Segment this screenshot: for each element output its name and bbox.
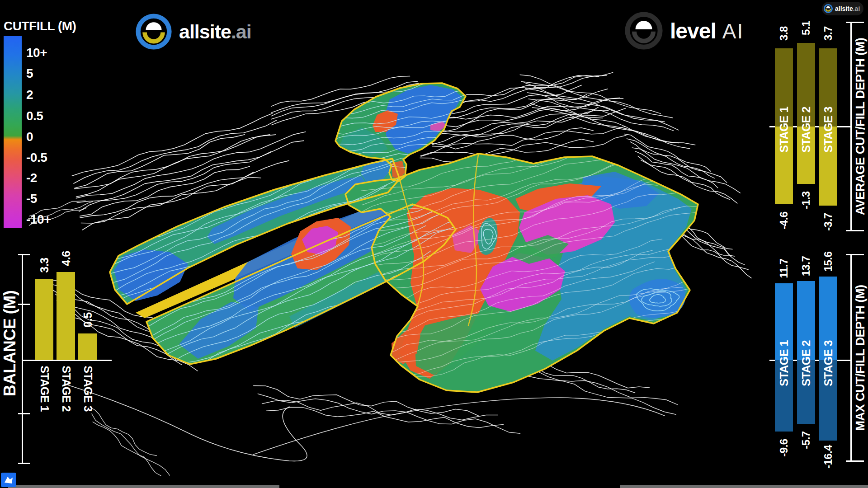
legend-tick-0: 0 — [26, 130, 33, 144]
average-cut-value-stage-1: 3.8 — [778, 26, 790, 41]
max-stage-label-1: STAGE 1 — [778, 340, 791, 386]
max-cut-value-stage-3: 15.6 — [822, 252, 835, 272]
contour-line — [74, 135, 270, 189]
level-ai-logo-text: levelAI — [670, 19, 744, 43]
average-cut-value-stage-3: 3.7 — [822, 26, 835, 41]
contour-line — [432, 107, 599, 133]
max-chart-title: MAX CUT/FILL DEPTH (M) — [854, 285, 868, 431]
legend-tick--5: -5 — [26, 192, 37, 206]
max-axis-cap-bottom — [846, 460, 864, 462]
max-fill-value-stage-1: -9.6 — [778, 439, 790, 456]
balance-value-stage-3: 0.5 — [81, 312, 94, 327]
balance-bar-stage-2 — [57, 272, 75, 360]
contour-line — [527, 93, 674, 131]
cutfill-colorbar — [4, 36, 22, 228]
level-ai-logo-icon — [625, 12, 663, 50]
legend-tick--0.5: -0.5 — [26, 150, 47, 165]
average-axis-cap-bottom — [846, 230, 864, 231]
max-fill-value-stage-3: -16.4 — [822, 445, 835, 469]
balance-tick-2 — [18, 413, 30, 414]
balance-bar-stage-3 — [78, 333, 97, 360]
balance-tick-1 — [18, 304, 30, 305]
legend-tick-2: 2 — [26, 88, 33, 102]
max-fill-value-stage-2: -5.7 — [800, 431, 812, 449]
contour-line — [520, 75, 660, 113]
average-stage-label-2: STAGE 2 — [800, 107, 813, 153]
legend-tick--2: -2 — [26, 171, 37, 185]
allsite-logo-icon — [136, 14, 172, 50]
allsite-watermark: allsite.ai — [822, 2, 863, 15]
video-badge-icon[interactable] — [1, 473, 16, 487]
balance-value-stage-2: 4.6 — [59, 251, 72, 266]
balance-stage-label-3: STAGE 3 — [81, 366, 94, 412]
max-stage-label-2: STAGE 2 — [800, 340, 813, 386]
watermark-logo-icon — [824, 4, 833, 13]
contour-line — [679, 234, 748, 269]
allsite-logo-text: allsite.ai — [179, 21, 251, 43]
max-cut-value-stage-1: 11.7 — [778, 258, 790, 278]
balance-stage-label-2: STAGE 2 — [59, 366, 72, 412]
seek-bar-left[interactable] — [8, 485, 279, 488]
balance-tick-0 — [18, 254, 30, 255]
max-stage-label-3: STAGE 3 — [822, 340, 835, 386]
legend-tick-5: 5 — [26, 66, 33, 81]
legend-tick-0.5: 0.5 — [26, 109, 43, 123]
level-ai-logo: levelAI — [625, 12, 744, 50]
contour-line — [92, 414, 170, 475]
contour-line — [525, 89, 665, 122]
contour-line — [517, 371, 676, 414]
contour-line — [528, 99, 679, 143]
balance-axis — [22, 254, 23, 463]
terrain-shape — [68, 385, 307, 461]
watermark-text: allsite.ai — [835, 5, 860, 12]
contour-line — [74, 120, 277, 183]
average-stage-label-1: STAGE 1 — [778, 107, 791, 153]
contour-line — [266, 407, 503, 427]
average-fill-value-stage-3: -3.7 — [822, 213, 835, 230]
average-fill-value-stage-2: -1.3 — [800, 191, 812, 209]
seek-bar-right[interactable] — [620, 485, 868, 488]
contour-line — [72, 113, 272, 176]
contour-line — [76, 135, 276, 197]
contour-line — [93, 422, 161, 476]
balance-tick-3 — [18, 463, 30, 464]
balance-chart-title: BALANCE (M) — [0, 291, 19, 396]
legend-title: CUTFILL (M) — [4, 19, 76, 33]
average-fill-value-stage-1: -4.6 — [778, 211, 790, 229]
allsite-logo: allsite.ai — [136, 14, 251, 50]
average-axis-cap-top — [846, 22, 864, 23]
max-axis-cap-top — [846, 254, 864, 255]
balance-stage-label-1: STAGE 1 — [38, 366, 51, 412]
contour-line — [624, 134, 711, 171]
screen: CUTFILL (M) 10+520.50-0.5-2-5-10+ allsit… — [0, 0, 868, 488]
average-stage-label-3: STAGE 3 — [822, 107, 835, 153]
legend-tick--10+: -10+ — [26, 212, 51, 227]
balance-value-stage-1: 3.3 — [38, 258, 51, 272]
balance-bar-stage-1 — [35, 279, 53, 360]
contour-line — [76, 132, 306, 198]
contour-line — [432, 108, 626, 137]
terrain-map — [0, 0, 868, 488]
terrain-shape — [253, 398, 665, 455]
max-axis — [850, 254, 852, 462]
legend-tick-10+: 10+ — [26, 46, 47, 60]
average-chart-title: AVERAGE CUT/FILL DEPTH (M) — [854, 38, 868, 216]
average-cut-value-stage-2: 5.1 — [800, 21, 812, 35]
max-cut-value-stage-2: 13.7 — [800, 256, 812, 277]
average-axis — [850, 22, 852, 231]
